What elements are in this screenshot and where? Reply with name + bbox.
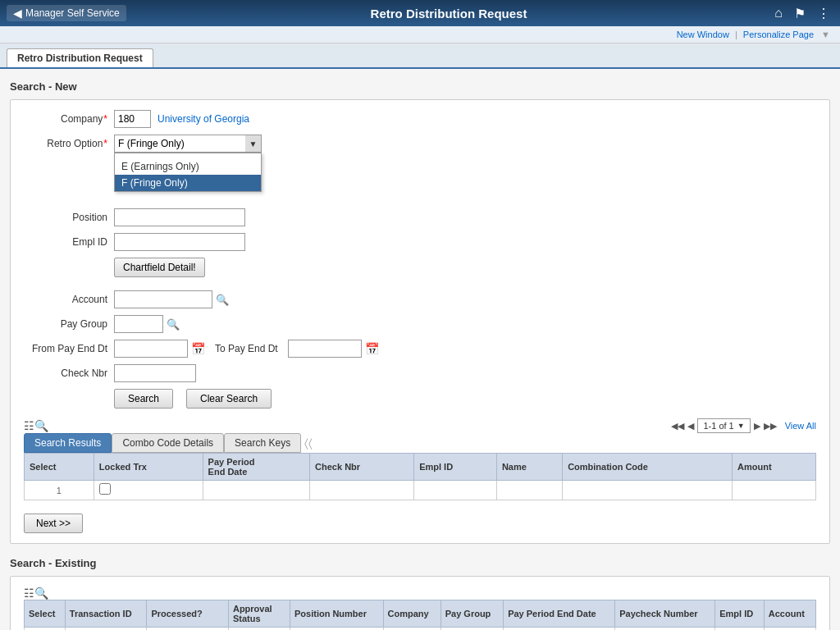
page-info-box: 1-1 of 1 ▼ [697, 418, 750, 433]
cell-combo-1 [733, 481, 816, 500]
view-all-link[interactable]: View All [785, 421, 816, 431]
pay-group-search-icon[interactable]: 🔍 [167, 318, 180, 331]
th-combination-code: Combination Code [563, 454, 733, 481]
th-pay-period-end-date: Pay PeriodEnd Date [203, 454, 309, 481]
tab-search-keys[interactable]: Search Keys [224, 433, 301, 453]
sub-header-separator: | [735, 30, 737, 39]
cell-empl-id-1 [496, 481, 562, 500]
prev-page-btn[interactable]: ◀ [687, 421, 694, 431]
ecell-processed-1: Not Proces [228, 628, 290, 631]
ecell-pay-group-1 [504, 628, 615, 631]
to-calendar-icon[interactable]: 📅 [365, 342, 379, 355]
from-calendar-icon[interactable]: 📅 [191, 342, 205, 355]
bookmark-icon[interactable]: ⚑ [791, 4, 809, 23]
tab-bar: Retro Distribution Request [0, 43, 840, 69]
eth-paycheck-number: Paycheck Number [615, 600, 715, 628]
th-select: Select [25, 454, 94, 481]
eth-approval-status: ApprovalStatus [228, 600, 290, 628]
eth-pay-period-end-date: Pay Period End Date [504, 600, 615, 628]
dropdown-popup-fringe[interactable]: F (Fringe Only) [115, 175, 261, 191]
eth-company: Company [383, 600, 441, 628]
cell-select-1 [94, 481, 203, 500]
company-label: Company [24, 113, 114, 125]
personalize-link[interactable]: Personalize Page [743, 30, 814, 39]
account-label: Account [24, 294, 114, 305]
ecell-approval-1: Pending [290, 628, 383, 631]
dropdown-popup-earnings[interactable]: E (Earnings Only) [115, 158, 261, 175]
erow-num-1: 1 [25, 628, 66, 631]
search-toolbar-icon[interactable]: 🔍 [34, 419, 48, 432]
tab-search-results[interactable]: Search Results [24, 433, 112, 453]
ecell-pay-period-1 [615, 628, 715, 631]
to-pay-end-dt-label: To Pay End Dt [215, 343, 278, 354]
search-button[interactable]: Search [114, 389, 173, 409]
dropdown-popup: E (Earnings Only) F (Fringe Only) [114, 153, 262, 192]
search-existing-panel: ☷ 🔍 Select Transaction ID Processed? App… [10, 576, 830, 630]
retro-option-select[interactable]: E (Earnings Only) F (Fringe Only) [114, 135, 262, 153]
next-btn-row: Next >> [24, 507, 816, 533]
eth-position-number: Position Number [290, 600, 383, 628]
from-pay-end-dt-label: From Pay End Dt [24, 343, 114, 354]
table-row: 1 [25, 481, 816, 500]
company-container: University of Georgia [114, 110, 249, 128]
back-nav[interactable]: ◀ Manager Self Service [7, 5, 126, 21]
ecell-empl-id-1 [764, 628, 815, 631]
eth-select: Select [25, 600, 66, 628]
existing-row-1: 1 1JCWIKBG52 Not Proces Pending 40000098… [25, 628, 816, 631]
date-range-row: From Pay End Dt 📅 To Pay End Dt 📅 [24, 340, 816, 358]
eth-pay-group: Pay Group [441, 600, 503, 628]
pay-group-input[interactable] [114, 315, 163, 333]
page-title: Retro Distribution Request [126, 7, 772, 21]
empl-id-row: Empl ID [24, 233, 816, 251]
header-icons: ⌂ ⚑ ⋮ [771, 4, 833, 23]
search-existing-header: Search - Existing [10, 557, 830, 569]
result-tabs: Search Results Combo Code Details Search… [24, 433, 816, 453]
expand-icon[interactable]: ▼ [821, 30, 830, 39]
retro-option-label: Retro Option [24, 138, 114, 149]
more-icon[interactable]: ⋮ [814, 4, 833, 23]
chartfield-button[interactable]: Chartfield Detail! [114, 258, 205, 277]
new-window-link[interactable]: New Window [677, 30, 729, 39]
empl-id-input[interactable] [114, 233, 245, 251]
last-page-btn[interactable]: ▶▶ [764, 421, 777, 431]
pay-group-label: Pay Group [24, 318, 114, 330]
row-checkbox-1[interactable] [99, 483, 111, 495]
account-input[interactable] [114, 290, 212, 308]
dropdown-arrow-icon[interactable]: ▼ [245, 135, 262, 153]
position-input[interactable] [114, 208, 245, 226]
back-arrow-icon: ◀ [13, 7, 22, 20]
existing-table: Select Transaction ID Processed? Approva… [24, 600, 816, 630]
first-page-btn[interactable]: ◀◀ [671, 421, 684, 431]
next-button[interactable]: Next >> [24, 514, 83, 533]
company-input[interactable] [114, 110, 151, 128]
clear-search-button[interactable]: Clear Search [186, 389, 272, 409]
next-page-btn[interactable]: ▶ [754, 421, 760, 431]
search-results-table: Select Locked Trx Pay PeriodEnd Date Che… [24, 453, 816, 500]
to-date-input[interactable] [288, 340, 362, 358]
existing-grid-icon[interactable]: ☷ [24, 587, 34, 600]
tab-combo-code-details[interactable]: Combo Code Details [112, 433, 224, 453]
company-row: Company University of Georgia [24, 110, 816, 128]
table-header-row: Select Locked Trx Pay PeriodEnd Date Che… [25, 454, 816, 481]
account-search-icon[interactable]: 🔍 [216, 294, 229, 306]
page-info-text: 1-1 of 1 [703, 421, 733, 431]
th-name: Name [496, 454, 562, 481]
page-dropdown-arrow-icon[interactable]: ▼ [737, 422, 745, 430]
retro-option-dropdown-wrapper: E (Earnings Only) F (Fringe Only) ▼ E (E… [114, 135, 262, 153]
tab-retro-distribution[interactable]: Retro Distribution Request [7, 48, 153, 67]
sub-header: New Window | Personalize Page ▼ [0, 26, 840, 43]
th-amount: Amount [733, 454, 816, 481]
top-header: ◀ Manager Self Service Retro Distributio… [0, 0, 840, 26]
chartfield-row: Chartfield Detail! [24, 258, 816, 284]
check-nbr-input[interactable] [114, 364, 196, 382]
grid-toolbar-icon[interactable]: ☷ [24, 419, 34, 432]
from-date-input[interactable] [114, 340, 188, 358]
existing-toolbar: ☷ 🔍 [24, 587, 816, 600]
search-buttons-row: Search Clear Search [114, 389, 816, 409]
ecell-position-1: 40000098 [383, 628, 441, 631]
existing-search-icon[interactable]: 🔍 [34, 587, 48, 600]
eth-empl-id: Empl ID [715, 600, 765, 628]
position-label: Position [24, 212, 114, 223]
row-num-1: 1 [25, 481, 94, 500]
home-icon[interactable]: ⌂ [771, 4, 786, 22]
